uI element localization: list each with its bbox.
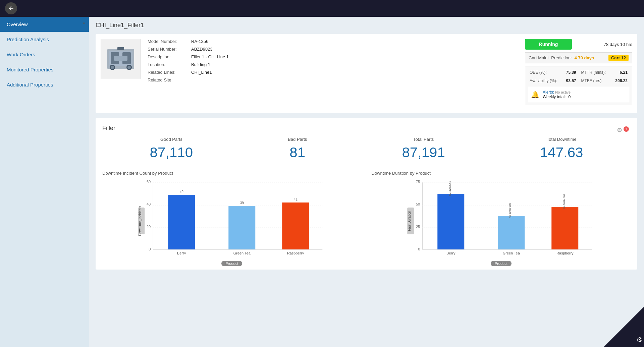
sidebar-item-prediction-analysis[interactable]: Prediction Analysis bbox=[0, 32, 89, 47]
svg-text:37.68: 37.68 bbox=[508, 211, 512, 218]
chart2-bar-raspberry[interactable] bbox=[551, 207, 578, 249]
availability-label: Availability (%): bbox=[530, 78, 557, 83]
chart1-product-badge: Product bbox=[221, 261, 242, 266]
cart-days-value: 4.70 days bbox=[575, 55, 594, 60]
svg-text:40: 40 bbox=[147, 202, 151, 206]
svg-text:37.68: 37.68 bbox=[508, 203, 512, 211]
svg-text:Berry: Berry bbox=[177, 251, 186, 255]
svg-text:25: 25 bbox=[416, 225, 420, 229]
good-parts-stat: Good Parts 87,110 bbox=[150, 137, 193, 161]
svg-text:75: 75 bbox=[416, 180, 420, 184]
svg-text:Downtime_Incidents: Downtime_Incidents bbox=[138, 206, 142, 236]
svg-text:50: 50 bbox=[416, 202, 420, 206]
filler-title: Filler bbox=[102, 125, 631, 132]
alerts-row: 🔔 Alerts: No active Weekly total: 0 bbox=[528, 87, 629, 102]
serial-number-value: ABZD9823 bbox=[191, 47, 213, 52]
svg-text:62.42: 62.42 bbox=[448, 181, 451, 188]
bottom-settings-icon[interactable]: ⚙ bbox=[636, 336, 642, 344]
svg-text:Raspberry: Raspberry bbox=[556, 251, 573, 255]
model-number-label: Model Number: bbox=[148, 39, 188, 44]
svg-text:Berry: Berry bbox=[446, 251, 455, 255]
sidebar-item-work-orders[interactable]: Work Orders bbox=[0, 47, 89, 62]
settings-gear-icon[interactable]: ⚙ bbox=[617, 126, 622, 134]
related-lines-label: Related Lines: bbox=[148, 70, 188, 75]
serial-number-label: Serial Number: bbox=[148, 47, 188, 52]
chart1-svg: Downtime_Incidents 0 20 40 60 bbox=[102, 179, 362, 263]
chart1-title: Downtime Incident Count by Product bbox=[102, 171, 362, 176]
cart-num-value: Cart 12 bbox=[608, 55, 629, 61]
svg-text:39: 39 bbox=[240, 201, 244, 205]
sidebar-item-overview[interactable]: Overview bbox=[0, 17, 89, 32]
running-status: Running bbox=[525, 39, 572, 50]
svg-text:Green Tea: Green Tea bbox=[233, 251, 251, 255]
stats-row: Good Parts 87,110 Bad Parts 81 Total Par… bbox=[102, 137, 631, 161]
description-label: Description: bbox=[148, 54, 188, 59]
content-area: CHI_Line1_Filler1 Model N bbox=[89, 17, 644, 347]
svg-text:Green Tea: Green Tea bbox=[502, 251, 520, 255]
mttr-value: 6.21 bbox=[620, 70, 628, 75]
total-parts-value: 87,191 bbox=[402, 144, 445, 161]
total-downtime-label: Total Downtime bbox=[540, 137, 583, 142]
chart2-svg: FaultDuration 0 25 50 75 bbox=[372, 179, 631, 263]
status-panel: Running 78 days 10 hrs Cart Maint. Predi… bbox=[525, 39, 632, 108]
machine-image bbox=[101, 39, 141, 79]
related-lines-value: CHI_Line1 bbox=[191, 70, 212, 75]
description-value: Filler 1 - CHI Line 1 bbox=[191, 54, 229, 59]
cart-prediction-row: Cart Maint. Prediction: 4.70 days Cart 1… bbox=[525, 52, 632, 63]
chart1-bar-berry[interactable] bbox=[168, 195, 195, 249]
svg-text:62.42: 62.42 bbox=[448, 188, 451, 196]
svg-text:47.53: 47.53 bbox=[562, 194, 566, 202]
pin-icon: 1 bbox=[624, 126, 629, 132]
chart2-container: Downtime Duration by Product FaultDurati… bbox=[372, 171, 631, 263]
availability-value: 93.57 bbox=[566, 78, 576, 83]
oee-label: OEE (%): bbox=[530, 70, 547, 75]
oee-value: 75.39 bbox=[566, 70, 576, 75]
svg-text:20: 20 bbox=[147, 225, 151, 229]
sidebar-item-additional-properties[interactable]: Additional Properties bbox=[0, 77, 89, 92]
sidebar-item-monitored-properties[interactable]: Monitored Properties bbox=[0, 62, 89, 77]
svg-text:42: 42 bbox=[294, 198, 298, 201]
machine-details: Model Number: RA-1256 Serial Number: ABZ… bbox=[148, 39, 518, 85]
chart2-bar-greentea[interactable] bbox=[498, 216, 525, 249]
chart1-bar-raspberry[interactable] bbox=[282, 203, 309, 249]
machine-thumbnail bbox=[104, 42, 138, 76]
bad-parts-value: 81 bbox=[288, 144, 307, 161]
bad-parts-stat: Bad Parts 81 bbox=[288, 137, 307, 161]
charts-row: Downtime Incident Count by Product Downt… bbox=[102, 171, 631, 263]
weekly-total-label: Weekly total: bbox=[543, 95, 566, 99]
sidebar-collapse-button[interactable]: « bbox=[83, 20, 86, 25]
total-downtime-value: 147.63 bbox=[540, 144, 583, 161]
related-site-label: Related Site: bbox=[148, 77, 188, 82]
svg-text:0: 0 bbox=[418, 247, 420, 251]
svg-text:FaultDuration: FaultDuration bbox=[408, 211, 411, 231]
mtbf-value: 296.22 bbox=[615, 78, 628, 83]
chart1-area: Downtime_Incidents 0 20 40 60 bbox=[102, 179, 362, 263]
good-parts-value: 87,110 bbox=[150, 144, 193, 161]
good-parts-label: Good Parts bbox=[150, 137, 193, 142]
alert-icon: 🔔 bbox=[531, 91, 539, 99]
total-downtime-stat: Total Downtime 147.63 bbox=[540, 137, 583, 161]
back-button[interactable] bbox=[5, 2, 17, 14]
cart-maint-label: Cart Maint. Prediction: bbox=[529, 55, 572, 60]
total-parts-stat: Total Parts 87,191 bbox=[402, 137, 445, 161]
filler-section: Filler 1 ⚙ Good Parts 87,110 Bad Parts 8… bbox=[96, 118, 637, 270]
total-parts-label: Total Parts bbox=[402, 137, 445, 142]
svg-point-6 bbox=[111, 66, 114, 69]
chart2-product-badge: Product bbox=[491, 261, 512, 266]
alerts-link[interactable]: Alerts: bbox=[543, 90, 554, 95]
svg-text:47.53: 47.53 bbox=[562, 201, 566, 209]
chart1-bar-greentea[interactable] bbox=[228, 206, 255, 249]
mtbf-label: MTBF (hrs): bbox=[581, 78, 603, 83]
chart1-container: Downtime Incident Count by Product Downt… bbox=[102, 171, 362, 263]
location-value: Building 1 bbox=[191, 62, 210, 67]
mttr-label: MTTR (mins): bbox=[581, 70, 606, 75]
machine-info-card: Model Number: RA-1256 Serial Number: ABZ… bbox=[96, 34, 637, 113]
no-active-text: No active bbox=[555, 90, 571, 94]
location-label: Location: bbox=[148, 62, 188, 67]
chart2-bar-berry[interactable] bbox=[437, 194, 464, 249]
chart2-area: FaultDuration 0 25 50 75 bbox=[372, 179, 631, 263]
page-title: CHI_Line1_Filler1 bbox=[96, 22, 637, 29]
svg-text:0: 0 bbox=[149, 247, 151, 251]
svg-rect-4 bbox=[114, 56, 127, 61]
svg-text:Raspberry: Raspberry bbox=[287, 251, 304, 255]
